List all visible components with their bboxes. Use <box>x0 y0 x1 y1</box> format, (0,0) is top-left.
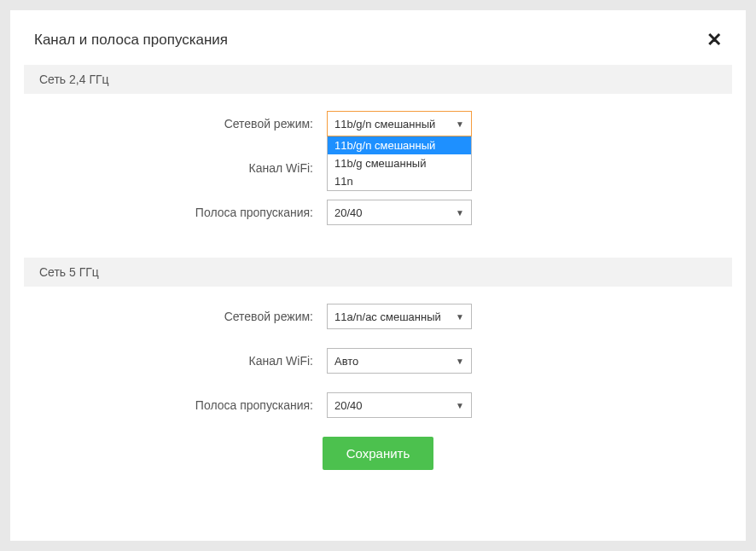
select-5-bandwidth[interactable]: 20/40 ▼ <box>327 392 472 418</box>
chevron-down-icon: ▼ <box>456 357 464 366</box>
select-5-bandwidth-wrap: 20/40 ▼ <box>327 392 472 418</box>
select-24-mode-wrap: 11b/g/n смешанный ▼ 11b/g/n смешанный 11… <box>327 111 472 136</box>
save-button[interactable]: Сохранить <box>323 437 434 470</box>
chevron-down-icon: ▼ <box>456 208 464 218</box>
select-5-bandwidth-value: 20/40 <box>334 399 363 412</box>
row-24-bandwidth: Полоса пропускания: 20/40 ▼ <box>24 200 732 225</box>
dropdown-24-mode: 11b/g/n смешанный 11b/g смешанный 11n <box>327 136 472 191</box>
select-5-channel-wrap: Авто ▼ <box>327 348 472 374</box>
label-5-bandwidth: Полоса пропускания: <box>24 398 327 412</box>
modal-title: Канал и полоса пропускания <box>34 32 228 49</box>
section-header-5ghz: Сеть 5 ГГц <box>24 258 732 287</box>
select-5-channel-value: Авто <box>334 355 358 368</box>
label-5-channel: Канал WiFi: <box>24 354 327 368</box>
chevron-down-icon: ▼ <box>456 312 464 322</box>
label-24-channel: Канал WiFi: <box>24 161 327 175</box>
select-5-mode-value: 11a/n/ac смешанный <box>334 310 441 323</box>
form-section-24ghz: Сетевой режим: 11b/g/n смешанный ▼ 11b/g… <box>10 94 746 258</box>
dropdown-option[interactable]: 11b/g/n смешанный <box>328 136 471 154</box>
label-5-mode: Сетевой режим: <box>24 310 327 323</box>
save-row: Сохранить <box>24 437 732 470</box>
row-5-bandwidth: Полоса пропускания: 20/40 ▼ <box>24 392 732 418</box>
row-24-mode: Сетевой режим: 11b/g/n смешанный ▼ 11b/g… <box>24 111 732 136</box>
channel-bandwidth-modal: Канал и полоса пропускания ✕ Сеть 2,4 ГГ… <box>10 10 746 541</box>
select-24-bandwidth[interactable]: 20/40 ▼ <box>327 200 472 225</box>
dropdown-option[interactable]: 11n <box>328 172 471 190</box>
label-24-bandwidth: Полоса пропускания: <box>24 206 327 219</box>
modal-header: Канал и полоса пропускания ✕ <box>10 10 746 65</box>
row-5-channel: Канал WiFi: Авто ▼ <box>24 348 732 374</box>
close-icon: ✕ <box>707 29 722 50</box>
select-24-bandwidth-wrap: 20/40 ▼ <box>327 200 472 225</box>
dropdown-option[interactable]: 11b/g смешанный <box>328 154 471 172</box>
select-24-bandwidth-value: 20/40 <box>334 206 363 219</box>
form-section-5ghz: Сетевой режим: 11a/n/ac смешанный ▼ Кана… <box>10 287 746 494</box>
chevron-down-icon: ▼ <box>456 401 464 410</box>
select-24-mode[interactable]: 11b/g/n смешанный ▼ <box>327 111 472 136</box>
row-5-mode: Сетевой режим: 11a/n/ac смешанный ▼ <box>24 304 732 329</box>
label-24-mode: Сетевой режим: <box>24 117 327 130</box>
select-24-mode-value: 11b/g/n смешанный <box>334 118 435 130</box>
close-button[interactable]: ✕ <box>707 31 722 49</box>
select-5-channel[interactable]: Авто ▼ <box>327 348 472 374</box>
select-5-mode[interactable]: 11a/n/ac смешанный ▼ <box>327 304 472 329</box>
section-header-24ghz: Сеть 2,4 ГГц <box>24 65 732 94</box>
select-5-mode-wrap: 11a/n/ac смешанный ▼ <box>327 304 472 329</box>
chevron-down-icon: ▼ <box>456 119 464 129</box>
